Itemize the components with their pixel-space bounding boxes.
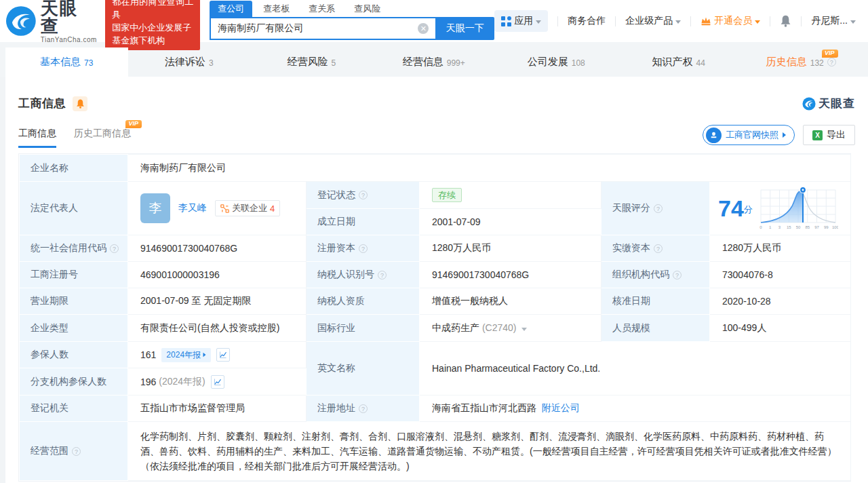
- tab-company-development[interactable]: 公司发展 108: [495, 47, 618, 77]
- help-icon[interactable]: ?: [72, 447, 81, 456]
- tab-basic-info[interactable]: 基本信息 73: [5, 47, 128, 77]
- help-icon[interactable]: ?: [359, 244, 368, 253]
- help-icon[interactable]: ?: [654, 204, 663, 213]
- chevron-down-icon: [850, 20, 856, 24]
- nearby-companies-link[interactable]: 附近公司: [542, 402, 580, 413]
- industry-value: 中成药生产 (C2740): [420, 315, 601, 342]
- score-distribution-chart: 0 1 3 15 50 85 97 99 100: [758, 185, 838, 232]
- svg-text:97: 97: [814, 225, 819, 229]
- tab-history-info[interactable]: VIP 历史信息 132 ?: [740, 47, 863, 77]
- approval-date-value: 2020-10-28: [710, 288, 851, 315]
- svg-text:99: 99: [824, 225, 829, 229]
- nav-apps-label: 应用: [514, 15, 533, 27]
- divider: [770, 16, 770, 26]
- header-nav: 应用 商务合作 企业级产品 开通会员: [494, 10, 856, 32]
- slogan-line-1: 都在用的商业查询工具: [112, 0, 193, 21]
- legal-rep-cell: 李 李又峰 关联企业 4: [128, 182, 307, 235]
- bell-icon: [76, 99, 85, 109]
- branch-insured-note: (2024年报): [159, 376, 205, 388]
- company-tab-bar: 基本信息 73 法律诉讼 3 经营风险 5 经营信息 999+ 公司发展 108…: [0, 42, 868, 77]
- slogan-line-2: 国家中小企业发展子基金旗下机构: [112, 21, 193, 47]
- stamp-icon: [706, 128, 722, 143]
- taxpayer-id-value: 91469001730040768G: [420, 262, 601, 288]
- nav-user[interactable]: 丹尼斯...: [811, 15, 856, 27]
- table-row: 企业类型 有限责任公司(自然人投资或控股) 国标行业 中成药生产 (C2740)…: [20, 315, 851, 342]
- tab-business-info[interactable]: 经营信息 999+: [373, 47, 496, 77]
- company-type-value: 有限责任公司(自然人投资或控股): [128, 315, 307, 342]
- svg-text:15: 15: [787, 225, 791, 229]
- paid-capital-label: 实缴资本?: [601, 235, 710, 262]
- crown-icon: [701, 16, 711, 26]
- help-icon[interactable]: ?: [110, 244, 119, 253]
- search-input[interactable]: [210, 17, 435, 40]
- establish-date-value: 2001-07-09: [420, 209, 601, 235]
- help-icon[interactable]: ?: [654, 244, 663, 253]
- tab-operating-risk[interactable]: 经营风险 5: [250, 47, 373, 77]
- help-icon[interactable]: ?: [359, 404, 368, 413]
- search-area: 查公司 查老板 查关系 查风险 ✕ 天眼一下: [210, 2, 494, 40]
- vip-badge: VIP: [822, 50, 838, 58]
- table-row: 工商注册号 469001000003196 纳税人识别号? 9146900173…: [20, 262, 851, 288]
- reg-no-value: 469001000003196: [128, 262, 307, 288]
- trend-chart-icon[interactable]: [216, 348, 230, 362]
- annual-report-badge[interactable]: 2024年报: [161, 348, 211, 362]
- reg-capital-value: 1280万人民币: [420, 235, 601, 262]
- establish-date-label: 成立日期: [307, 209, 420, 235]
- nav-membership[interactable]: 开通会员: [701, 15, 760, 27]
- business-info-panel: 工商信息 天眼查 工商信息 历史工商信息 VIP: [5, 77, 868, 483]
- top-header: 天眼查 TianYanCha.com 都在用的商业查询工具 国家中小企业发展子基…: [0, 0, 868, 42]
- help-icon[interactable]: ?: [359, 191, 368, 199]
- help-icon[interactable]: ?: [673, 271, 682, 279]
- trend-chart-icon[interactable]: [211, 375, 224, 389]
- chevron-down-icon[interactable]: [521, 328, 527, 331]
- excel-icon: X: [812, 130, 823, 140]
- help-icon[interactable]: ?: [827, 58, 836, 66]
- status-badge: 存续: [432, 188, 462, 203]
- english-name-value: Hainan Pharmaceutical Factory Co.,Ltd.: [420, 342, 851, 395]
- search-tab-relation[interactable]: 查关系: [300, 1, 343, 17]
- business-scope-value: 化学药制剂、片剂、胶囊剂、颗粒剂、注射剂、膏剂、合剂、口服溶液剂、混悬剂、糖浆剂…: [128, 422, 851, 481]
- table-row: 登记机关 五指山市市场监督管理局 注册地址? 海南省五指山市河北西路 附近公司: [20, 395, 851, 422]
- search-button[interactable]: 天眼一下: [435, 17, 494, 40]
- svg-text:100: 100: [832, 225, 838, 229]
- table-row: 参保人数 161 2024年报 英文名称 Hainan Pharmace: [20, 342, 851, 368]
- tianyancha-logo-icon: [802, 97, 816, 111]
- divider: [690, 16, 691, 26]
- business-term-label: 营业期限: [20, 288, 128, 315]
- username: 丹尼斯...: [811, 15, 848, 27]
- subscribe-bell-button[interactable]: [73, 96, 87, 111]
- search-tab-boss[interactable]: 查老板: [255, 1, 298, 17]
- legal-rep-link[interactable]: 李又峰: [178, 202, 207, 214]
- business-scope-label: 经营范围?: [20, 422, 128, 481]
- subtab-business-info[interactable]: 工商信息: [18, 128, 56, 148]
- industry-label: 国标行业: [307, 315, 420, 342]
- nav-cooperation[interactable]: 商务合作: [568, 15, 606, 27]
- help-icon[interactable]: ?: [378, 271, 387, 279]
- reg-status-label: 登记状态?: [307, 182, 420, 209]
- english-name-label: 英文名称: [307, 342, 420, 395]
- search-tab-company[interactable]: 查公司: [210, 1, 252, 17]
- chevron-down-icon: [755, 20, 760, 24]
- watermark-logo: 天眼查: [802, 96, 855, 111]
- tab-intellectual-property[interactable]: 知识产权 44: [618, 47, 741, 77]
- export-button[interactable]: X 导出: [803, 125, 855, 145]
- nav-enterprise[interactable]: 企业级产品: [625, 15, 681, 27]
- official-snapshot-button[interactable]: 工商官网快照: [703, 125, 795, 145]
- tianyancha-logo[interactable]: 天眼查 TianYanCha.com: [5, 0, 97, 43]
- insured-count-value: 161 2024年报: [128, 342, 307, 368]
- legal-rep-avatar[interactable]: 李: [140, 193, 170, 223]
- divider: [801, 16, 802, 26]
- score-value: 74分: [718, 197, 753, 220]
- related-companies-badge[interactable]: 关联企业 4: [215, 200, 280, 216]
- tab-legal-proceedings[interactable]: 法律诉讼 3: [128, 47, 251, 77]
- paid-capital-value: 1280万人民币: [710, 235, 851, 262]
- search-tab-risk[interactable]: 查风险: [346, 1, 389, 17]
- taxpayer-id-label: 纳税人识别号?: [307, 262, 420, 288]
- subtab-history-business-info[interactable]: 历史工商信息 VIP: [74, 128, 131, 148]
- bell-icon: [780, 15, 791, 27]
- address-value: 海南省五指山市河北西路 附近公司: [420, 395, 851, 422]
- nav-notifications[interactable]: [780, 15, 791, 27]
- nav-apps[interactable]: 应用: [494, 10, 548, 32]
- apps-grid-icon: [501, 16, 511, 26]
- table-row: 统一社会信用代码? 91469001730040768G 注册资本? 1280万…: [20, 235, 851, 262]
